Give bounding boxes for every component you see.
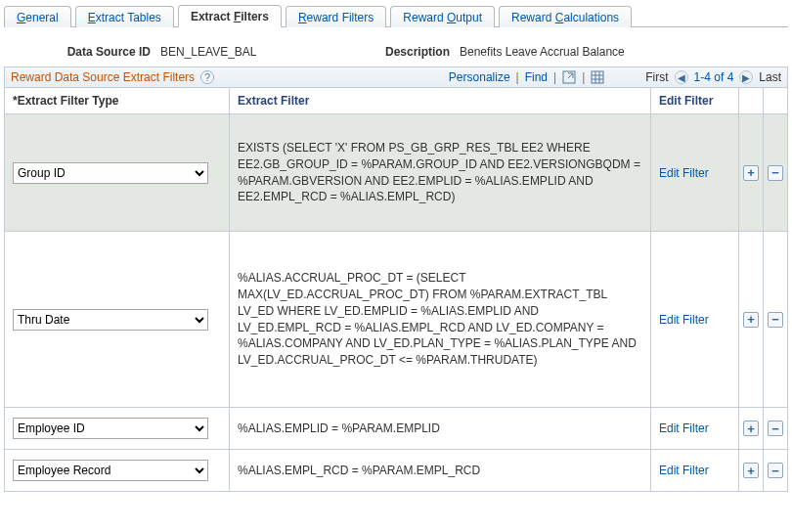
- table-row: Group IDThru DateEmployee IDEmployee Rec…: [5, 232, 788, 408]
- svg-rect-1: [592, 71, 603, 83]
- nav-first-label: First: [645, 70, 668, 84]
- tab-reward-filters[interactable]: Reward Filters: [286, 6, 386, 27]
- data-source-id-value: BEN_LEAVE_BAL: [160, 45, 356, 59]
- table-row: Group IDThru DateEmployee IDEmployee Rec…: [5, 450, 788, 492]
- nav-range[interactable]: 1-4 of 4: [694, 70, 734, 84]
- extract-filters-grid: *Extract Filter Type Extract Filter Edit…: [4, 88, 788, 492]
- add-row-icon[interactable]: +: [743, 463, 759, 478]
- add-row-icon[interactable]: +: [743, 165, 759, 181]
- extract-filter-expression: EXISTS (SELECT 'X' FROM PS_GB_GRP_RES_TB…: [238, 140, 642, 205]
- nav-next-icon[interactable]: ▶: [739, 70, 753, 84]
- tab-reward-calculations[interactable]: Reward Calculations: [499, 6, 632, 27]
- extract-filter-type-select[interactable]: Group IDThru DateEmployee IDEmployee Rec…: [13, 460, 208, 481]
- tab-extract-filters[interactable]: Extract Filters: [178, 5, 282, 27]
- description-value: Benefits Leave Accrual Balance: [460, 45, 625, 59]
- edit-filter-link[interactable]: Edit Filter: [659, 464, 709, 477]
- add-row-icon[interactable]: +: [743, 312, 759, 328]
- separator: |: [582, 70, 585, 84]
- delete-row-icon[interactable]: −: [768, 421, 783, 436]
- table-row: Group IDThru DateEmployee IDEmployee Rec…: [5, 114, 788, 232]
- extract-filter-expression: %ALIAS.EMPL_RCD = %PARAM.EMPL_RCD: [238, 463, 642, 479]
- delete-row-icon[interactable]: −: [768, 165, 783, 181]
- description-label: Description: [385, 45, 450, 59]
- section-toolbar: Personalize | Find | | First ◀ 1-4 of 4 …: [449, 70, 781, 84]
- delete-row-icon[interactable]: −: [768, 312, 783, 328]
- grid-icon[interactable]: [591, 70, 604, 84]
- extract-filter-expression: %ALIAS.ACCRUAL_PROC_DT = (SELECT MAX(LV_…: [238, 270, 642, 369]
- tab-reward-output[interactable]: Reward Output: [390, 6, 495, 27]
- col-extract-filter-type[interactable]: *Extract Filter Type: [5, 88, 230, 114]
- find-link[interactable]: Find: [525, 70, 548, 84]
- page-header: Data Source ID BEN_LEAVE_BAL Description…: [4, 45, 788, 59]
- separator: |: [553, 70, 556, 84]
- col-extract-filter[interactable]: Extract Filter: [230, 88, 651, 114]
- extract-filter-type-select[interactable]: Group IDThru DateEmployee IDEmployee Rec…: [13, 162, 208, 184]
- data-source-id-label: Data Source ID: [4, 45, 151, 59]
- extract-filter-type-select[interactable]: Group IDThru DateEmployee IDEmployee Rec…: [13, 309, 208, 331]
- zoom-icon[interactable]: [562, 70, 576, 84]
- tab-bar: GeneralExtract TablesExtract FiltersRewa…: [4, 4, 788, 27]
- nav-last-label: Last: [759, 70, 781, 84]
- personalize-link[interactable]: Personalize: [449, 70, 510, 84]
- delete-row-icon[interactable]: −: [768, 463, 783, 478]
- extract-filter-expression: %ALIAS.EMPLID = %PARAM.EMPLID: [238, 421, 642, 437]
- section-bar: Reward Data Source Extract Filters ? Per…: [4, 66, 788, 88]
- help-icon[interactable]: ?: [200, 70, 214, 84]
- table-row: Group IDThru DateEmployee IDEmployee Rec…: [5, 408, 788, 450]
- section-title: Reward Data Source Extract Filters ?: [11, 70, 214, 84]
- edit-filter-link[interactable]: Edit Filter: [659, 313, 709, 327]
- separator: |: [516, 70, 519, 84]
- add-row-icon[interactable]: +: [743, 421, 759, 436]
- edit-filter-link[interactable]: Edit Filter: [659, 421, 709, 435]
- section-title-text: Reward Data Source Extract Filters: [11, 70, 195, 84]
- tab-extract-tables[interactable]: Extract Tables: [75, 6, 174, 27]
- extract-filter-type-select[interactable]: Group IDThru DateEmployee IDEmployee Rec…: [13, 418, 208, 439]
- edit-filter-link[interactable]: Edit Filter: [659, 166, 709, 180]
- col-delete: [764, 88, 788, 114]
- col-add: [739, 88, 764, 114]
- tab-general[interactable]: General: [4, 6, 71, 27]
- col-edit-filter[interactable]: Edit Filter: [651, 88, 739, 114]
- nav-prev-icon[interactable]: ◀: [675, 70, 688, 84]
